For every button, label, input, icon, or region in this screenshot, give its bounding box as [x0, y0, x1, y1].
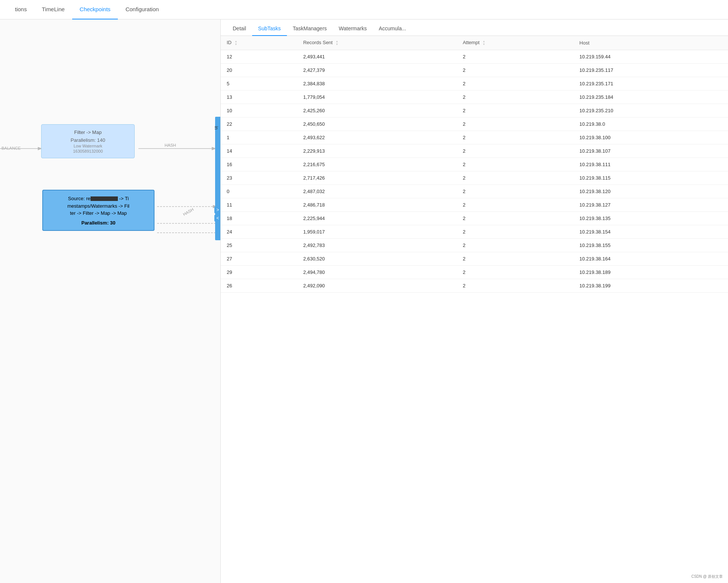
cell-id: 27 — [221, 252, 297, 265]
cell-attempt: 2 — [457, 77, 573, 90]
cell-attempt: 2 — [457, 252, 573, 265]
table-row[interactable]: 14 2,229,913 2 10.219.38.107 — [221, 144, 728, 158]
filter-map-node[interactable]: Filter -> Map Parallelism: 140 Low Water… — [41, 124, 135, 158]
cell-attempt: 2 — [457, 50, 573, 63]
cell-host: 10.219.38.120 — [573, 184, 728, 198]
source-node[interactable]: Source: re■■■■■■■■■■■ -> Ti mestamps/Wat… — [42, 190, 155, 231]
nav-item-tions[interactable]: tions — [7, 0, 34, 19]
cell-host: 10.219.38.115 — [573, 171, 728, 184]
cell-attempt: 2 — [457, 131, 573, 144]
source-node-text: Source: re■■■■■■■■■■■ -> Ti mestamps/Wat… — [49, 195, 148, 217]
cell-attempt: 2 — [457, 63, 573, 77]
cell-records: 2,493,622 — [297, 131, 457, 144]
cell-attempt: 2 — [457, 184, 573, 198]
cell-attempt: 2 — [457, 117, 573, 131]
table-row[interactable]: 5 2,384,838 2 10.219.235.171 — [221, 77, 728, 90]
cell-records: 2,487,032 — [297, 184, 457, 198]
cell-id: 12 — [221, 50, 297, 63]
cell-records: 1,959,017 — [297, 225, 457, 238]
cell-records: 2,486,718 — [297, 198, 457, 211]
cell-host: 10.219.235.171 — [573, 77, 728, 90]
hash-label-2: HASH — [182, 207, 194, 217]
cell-attempt: 2 — [457, 104, 573, 117]
cell-host: 10.219.38.189 — [573, 265, 728, 279]
expand-controls: > < — [214, 207, 221, 222]
cell-id: 16 — [221, 158, 297, 171]
col-records-sent[interactable]: Records Sent ▲▼ — [297, 36, 457, 50]
csdn-badge: CSDN @ 原创文章 — [689, 573, 725, 580]
source-parallelism: Parallelism: 30 — [49, 220, 148, 226]
table-row[interactable]: 29 2,494,780 2 10.219.38.189 — [221, 265, 728, 279]
table-row[interactable]: 12 2,493,441 2 10.219.159.44 — [221, 50, 728, 63]
col-host[interactable]: Host — [573, 36, 728, 50]
cell-records: 2,229,913 — [297, 144, 457, 158]
cell-id: 13 — [221, 90, 297, 104]
nav-item-timeline[interactable]: TimeLine — [34, 0, 72, 19]
table-row[interactable]: 13 1,779,054 2 10.219.235.184 — [221, 90, 728, 104]
cell-host: 10.219.38.199 — [573, 279, 728, 292]
tab-detail[interactable]: Detail — [227, 25, 252, 36]
balance-label: BALANCE — [1, 146, 21, 150]
tab-accumula[interactable]: Accumula... — [373, 25, 412, 36]
filter-map-watermark-value: 1630589132000 — [48, 149, 128, 153]
tab-watermarks[interactable]: Watermarks — [333, 25, 373, 36]
table-row[interactable]: 11 2,486,718 2 10.219.38.127 — [221, 198, 728, 211]
expand-right-btn[interactable]: > — [214, 207, 221, 213]
table-row[interactable]: 27 2,630,520 2 10.219.38.164 — [221, 252, 728, 265]
cell-host: 10.219.235.117 — [573, 63, 728, 77]
cell-id: 14 — [221, 144, 297, 158]
tab-taskmanagers[interactable]: TaskManagers — [287, 25, 333, 36]
cell-attempt: 2 — [457, 225, 573, 238]
sort-icon-id: ▲▼ — [235, 40, 238, 46]
table-row[interactable]: 22 2,450,650 2 10.219.38.0 — [221, 117, 728, 131]
cell-host: 10.219.235.184 — [573, 90, 728, 104]
hash-label-1: HASH — [165, 143, 176, 147]
table-row[interactable]: 10 2,425,260 2 10.219.235.210 — [221, 104, 728, 117]
table-row[interactable]: 0 2,487,032 2 10.219.38.120 — [221, 184, 728, 198]
table-row[interactable]: 25 2,492,783 2 10.219.38.155 — [221, 238, 728, 252]
table-row[interactable]: 1 2,493,622 2 10.219.38.100 — [221, 131, 728, 144]
cell-id: 1 — [221, 131, 297, 144]
table-row[interactable]: 23 2,717,426 2 10.219.38.115 — [221, 171, 728, 184]
cell-host: 10.219.38.127 — [573, 198, 728, 211]
cell-id: 25 — [221, 238, 297, 252]
cell-records: 2,450,650 — [297, 117, 457, 131]
cell-records: 2,494,780 — [297, 265, 457, 279]
col-attempt[interactable]: Attempt ▲▼ — [457, 36, 573, 50]
cell-attempt: 2 — [457, 238, 573, 252]
table-row[interactable]: 20 2,427,379 2 10.219.235.117 — [221, 63, 728, 77]
cell-id: 26 — [221, 279, 297, 292]
table-row[interactable]: 16 2,216,675 2 10.219.38.111 — [221, 158, 728, 171]
cell-host: 10.219.38.0 — [573, 117, 728, 131]
cell-records: 2,216,675 — [297, 158, 457, 171]
cell-records: 2,493,441 — [297, 50, 457, 63]
col-id[interactable]: ID ▲▼ — [221, 36, 297, 50]
cell-attempt: 2 — [457, 171, 573, 184]
selected-node-bar — [215, 117, 220, 240]
nav-item-configuration[interactable]: Configuration — [118, 0, 166, 19]
cell-attempt: 2 — [457, 211, 573, 225]
cell-records: 2,630,520 — [297, 252, 457, 265]
cell-attempt: 2 — [457, 198, 573, 211]
cell-id: 0 — [221, 184, 297, 198]
nav-item-checkpoints[interactable]: Checkpoints — [72, 0, 118, 19]
table-row[interactable]: 26 2,492,090 2 10.219.38.199 — [221, 279, 728, 292]
cell-attempt: 2 — [457, 158, 573, 171]
cell-records: 2,492,783 — [297, 238, 457, 252]
table-body: 12 2,493,441 2 10.219.159.44 20 2,427,37… — [221, 50, 728, 292]
cell-host: 10.219.38.107 — [573, 144, 728, 158]
cell-id: 29 — [221, 265, 297, 279]
cell-id: 11 — [221, 198, 297, 211]
sort-icon-attempt: ▲▼ — [482, 40, 485, 46]
cell-records: 2,427,379 — [297, 63, 457, 77]
table-row[interactable]: 24 1,959,017 2 10.219.38.154 — [221, 225, 728, 238]
table-row[interactable]: 18 2,225,944 2 10.219.38.135 — [221, 211, 728, 225]
sub-tabs: Detail SubTasks TaskManagers Watermarks … — [221, 19, 728, 36]
tab-subtasks[interactable]: SubTasks — [252, 25, 287, 36]
main-content: BALANCE Filter -> Map Parallelism: 140 L… — [0, 19, 728, 583]
cell-host: 10.219.38.135 — [573, 211, 728, 225]
cell-host: 10.219.38.155 — [573, 238, 728, 252]
cell-host: 10.219.235.210 — [573, 104, 728, 117]
expand-left-btn[interactable]: < — [214, 215, 221, 222]
cell-records: 2,717,426 — [297, 171, 457, 184]
